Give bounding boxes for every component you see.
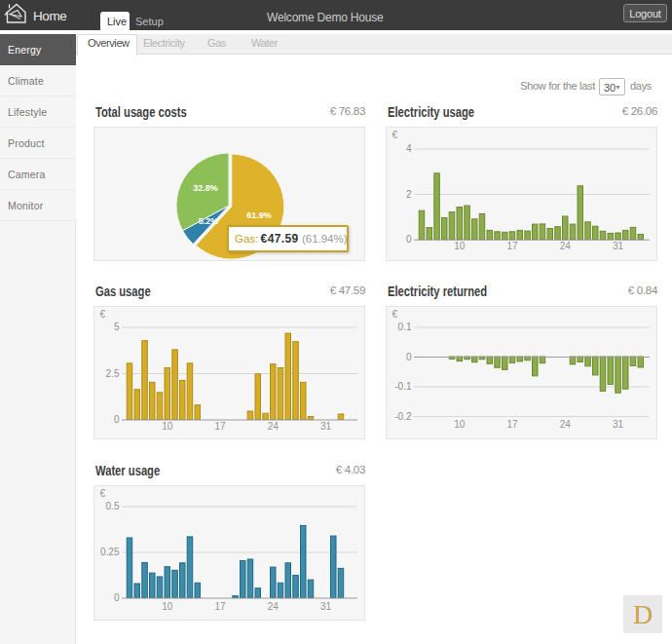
svg-text:31: 31 [320,601,332,612]
svg-text:-0.2: -0.2 [394,411,412,422]
svg-text:24: 24 [268,421,280,432]
svg-text:5: 5 [114,322,120,332]
svg-text:0.5: 0.5 [106,501,120,511]
svg-text:-0.1: -0.1 [394,381,412,392]
svg-text:10: 10 [162,601,173,612]
svg-text:24: 24 [560,419,572,430]
svg-text:17: 17 [506,241,518,251]
svg-text:17: 17 [506,419,518,430]
svg-text:10: 10 [454,241,466,251]
svg-text:€: € [392,309,398,320]
svg-text:0: 0 [114,592,120,603]
svg-text:0: 0 [114,414,120,425]
svg-text:2: 2 [406,189,412,200]
svg-text:61.9%: 61.9% [246,210,272,220]
svg-text:4: 4 [406,143,412,154]
svg-text:5.2%: 5.2% [199,216,219,226]
svg-text:31: 31 [320,421,332,432]
svg-text:24: 24 [268,601,280,612]
svg-text:10: 10 [454,419,466,430]
svg-text:0.1: 0.1 [398,322,412,332]
svg-text:0: 0 [406,352,412,362]
svg-text:€: € [392,130,398,140]
svg-text:0.25: 0.25 [100,547,120,557]
svg-text:10: 10 [162,421,173,432]
svg-text:31: 31 [613,419,624,430]
svg-text:32.8%: 32.8% [193,183,218,193]
svg-text:31: 31 [613,241,624,251]
svg-text:24: 24 [560,241,572,251]
svg-text:17: 17 [214,601,226,612]
svg-text:2.5: 2.5 [106,368,120,379]
svg-text:€: € [100,488,106,499]
svg-text:0: 0 [406,234,412,245]
svg-text:17: 17 [214,421,226,432]
svg-text:€: € [100,309,106,320]
